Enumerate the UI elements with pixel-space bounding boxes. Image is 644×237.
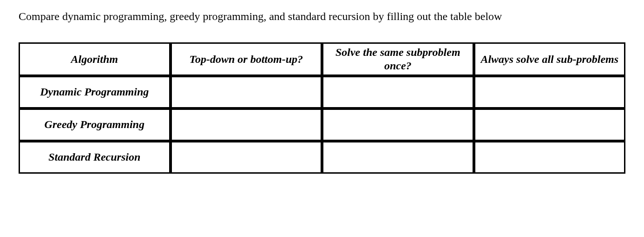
comparison-table: Algorithm Top-down or bottom-up? Solve t… <box>19 42 625 174</box>
cell-dp-solveall[interactable] <box>474 76 626 108</box>
cell-recursion-solveall[interactable] <box>474 141 626 174</box>
cell-recursion-topdown[interactable] <box>171 141 322 174</box>
cell-greedy-topdown[interactable] <box>171 108 322 141</box>
header-solve-all: Always solve all sub-problems <box>474 42 626 76</box>
row-label-dynamic-programming: Dynamic Programming <box>19 76 171 108</box>
table-row: Standard Recursion <box>19 141 625 174</box>
cell-recursion-solveonce[interactable] <box>322 141 474 174</box>
row-label-standard-recursion: Standard Recursion <box>19 141 171 174</box>
cell-greedy-solveonce[interactable] <box>322 108 474 141</box>
header-solve-once: Solve the same subproblem once? <box>322 42 474 76</box>
header-topdown-bottomup: Top-down or bottom-up? <box>171 42 322 76</box>
header-algorithm: Algorithm <box>19 42 171 76</box>
question-prompt: Compare dynamic programming, greedy prog… <box>19 9 625 24</box>
cell-dp-topdown[interactable] <box>171 76 322 108</box>
cell-greedy-solveall[interactable] <box>474 108 626 141</box>
table-row: Dynamic Programming <box>19 76 625 108</box>
table-row: Greedy Programming <box>19 108 625 141</box>
table-header-row: Algorithm Top-down or bottom-up? Solve t… <box>19 42 625 76</box>
cell-dp-solveonce[interactable] <box>322 76 474 108</box>
row-label-greedy-programming: Greedy Programming <box>19 108 171 141</box>
